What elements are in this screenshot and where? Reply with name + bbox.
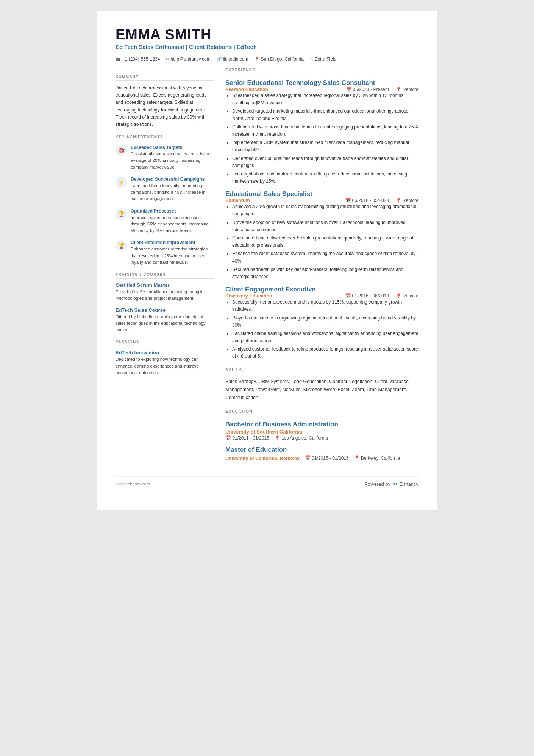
- candidate-title: Ed Tech Sales Enthusiast | Client Relati…: [116, 44, 418, 50]
- passions-label: PASSIONS: [116, 340, 214, 346]
- bullet: Secured partnerships with key decision-m…: [232, 266, 418, 280]
- training-item-1: Certified Scrum Master Provided by Scrum…: [116, 282, 214, 302]
- achievement-icon-1: 🎯: [116, 145, 127, 156]
- achievement-desc-3: Improved sales operation processes throu…: [131, 214, 214, 234]
- pin-icon-1: 📍: [396, 87, 401, 92]
- email-contact: ✉ help@enhancv.com: [166, 56, 210, 62]
- education-section: EDUCATION Bachelor of Business Administr…: [225, 409, 418, 461]
- resume-page: EMMA SMITH Ed Tech Sales Enthusiast | Cl…: [97, 11, 437, 510]
- passions-section: PASSIONS EdTech Innovation Dedicated to …: [116, 340, 214, 376]
- exp-item-2: Educational Sales Specialist Edmentum 📅 …: [225, 190, 418, 280]
- location-icon: 📍: [254, 57, 259, 62]
- achievement-title-3: Optimized Processes: [131, 208, 214, 214]
- exp-company-2: Edmentum: [225, 198, 250, 203]
- footer: www.enhancv.com Powered by ∞ Enhancv: [116, 476, 418, 487]
- achievement-item-4: 🏆 Client Retention Improvement Enhanced …: [116, 240, 214, 266]
- main-layout: SUMMARY Driven Ed Tech professional with…: [116, 68, 418, 461]
- achievement-desc-4: Enhanced customer retention strategies t…: [131, 246, 214, 266]
- contact-line: ☎ +1-(234)-555-1234 ✉ help@enhancv.com 🔗…: [116, 53, 418, 62]
- edu-pin-icon-2: 📍: [354, 455, 360, 461]
- achievement-item-1: 🎯 Exceeded Sales Targets Consistently su…: [116, 145, 214, 171]
- passion-title-1: EdTech Innovation: [116, 350, 214, 355]
- exp-title-3: Client Engagement Executive: [225, 286, 418, 293]
- exp-company-3: Discovery Education: [225, 293, 272, 299]
- right-column: EXPERIENCE Senior Educational Technology…: [225, 68, 418, 461]
- phone-icon: ☎: [116, 57, 121, 62]
- experience-label: EXPERIENCE: [225, 68, 418, 74]
- calendar-icon-3: 📅: [345, 293, 351, 299]
- pin-icon-2: 📍: [396, 198, 401, 203]
- training-label: TRAINING / COURSES: [116, 272, 214, 279]
- edu-cal-icon-2: 📅: [305, 455, 311, 461]
- exp-date-3: 📅 01/2016 - 06/2018: [345, 293, 389, 299]
- bullet: Drove the adoption of new software solut…: [232, 219, 418, 233]
- footer-website: www.enhancv.com: [116, 482, 150, 486]
- achievements-label: KEY ACHIEVEMENTS: [116, 135, 214, 141]
- achievement-icon-4: 🏆: [116, 240, 127, 251]
- candidate-name: EMMA SMITH: [116, 27, 418, 43]
- training-section: TRAINING / COURSES Certified Scrum Maste…: [116, 272, 214, 333]
- education-label: EDUCATION: [225, 409, 418, 415]
- bullet: Implemented a CRM system that streamline…: [232, 139, 418, 153]
- extra-contact: ☆ Extra Field: [310, 56, 336, 62]
- bullet: Analyzed customer feedback to refine pro…: [232, 346, 418, 360]
- powered-by-text: Powered by: [364, 481, 390, 487]
- skills-section: SKILLS Sales Strategy, CRM Systems, Lead…: [225, 368, 418, 402]
- summary-text: Driven Ed Tech professional with 5 years…: [116, 85, 214, 128]
- training-desc-2: Offered by LinkedIn Learning, covering d…: [116, 314, 214, 333]
- exp-item-3: Client Engagement Executive Discovery Ed…: [225, 286, 418, 360]
- exp-bullets-3: Successfully met or exceeded monthly quo…: [225, 299, 418, 360]
- skills-text: Sales Strategy, CRM Systems, Lead Genera…: [225, 378, 418, 402]
- edu-cal-icon-1: 📅: [225, 435, 231, 441]
- edu-degree-2: Master of Education: [225, 446, 418, 454]
- bullet: Played a crucial role in organizing regi…: [232, 315, 418, 329]
- exp-bullets-2: Achieved a 20% growth in sales by optimi…: [225, 203, 418, 280]
- bullet: Developed targeted marketing materials t…: [232, 108, 418, 122]
- header: EMMA SMITH Ed Tech Sales Enthusiast | Cl…: [116, 27, 418, 62]
- bullet: Generated over 500 qualified leads throu…: [232, 155, 418, 169]
- exp-title-1: Senior Educational Technology Sales Cons…: [225, 79, 418, 87]
- skills-label: SKILLS: [225, 368, 418, 374]
- left-column: SUMMARY Driven Ed Tech professional with…: [116, 68, 214, 461]
- passion-desc-1: Dedicated to exploring how technology ca…: [116, 356, 214, 376]
- edu-item-2: Master of Education University of Califo…: [225, 446, 418, 461]
- linkedin-contact: 🔗 linkedin.com: [217, 56, 248, 62]
- exp-location-2: 📍 Remote: [396, 198, 418, 203]
- bullet: Enhance the client database system, impr…: [232, 250, 418, 265]
- training-desc-1: Provided by Scrum Alliance, focusing on …: [116, 289, 214, 302]
- pin-icon-3: 📍: [396, 293, 401, 299]
- experience-section: EXPERIENCE Senior Educational Technology…: [225, 68, 418, 360]
- bullet: Achieved a 20% growth in sales by optimi…: [232, 203, 418, 218]
- exp-item-1: Senior Educational Technology Sales Cons…: [225, 79, 418, 185]
- summary-label: SUMMARY: [116, 75, 214, 81]
- email-icon: ✉: [166, 57, 169, 62]
- achievement-desc-1: Consistently surpassed sales goals by an…: [131, 151, 214, 171]
- edu-meta-2: University of California, Berkeley 📅 01/…: [225, 455, 418, 461]
- footer-brand: Powered by ∞ Enhancv: [364, 481, 418, 487]
- exp-title-2: Educational Sales Specialist: [225, 190, 418, 198]
- exp-company-1: Pearson Education: [225, 87, 268, 92]
- exp-bullets-1: Spearheaded a sales strategy that increa…: [225, 92, 418, 185]
- achievements-section: KEY ACHIEVEMENTS 🎯 Exceeded Sales Target…: [116, 135, 214, 266]
- calendar-icon-1: 📅: [346, 87, 352, 92]
- training-item-2: EdTech Sales Course Offered by LinkedIn …: [116, 307, 214, 333]
- location-contact: 📍 San Diego, California: [254, 56, 303, 62]
- exp-date-2: 📅 06/2018 - 05/2020: [345, 198, 389, 203]
- bullet: Successfully met or exceeded monthly quo…: [232, 299, 418, 313]
- achievement-title-2: Developed Successful Campaigns: [131, 177, 214, 182]
- edu-school-2: University of California, Berkeley: [225, 456, 300, 461]
- linkedin-icon: 🔗: [217, 57, 222, 62]
- achievement-icon-2: ⚡: [116, 177, 127, 188]
- bullet: Coordinated and delivered over 50 sales …: [232, 235, 418, 249]
- achievement-item-2: ⚡ Developed Successful Campaigns Launche…: [116, 177, 214, 202]
- brand-name: Enhancv: [399, 481, 418, 487]
- achievement-title-4: Client Retention Improvement: [131, 240, 214, 245]
- bullet: Led negotiations and finalized contracts…: [232, 171, 418, 185]
- edu-meta-1: 📅 01/2011 - 01/2015 📍 Los Angeles, Calif…: [225, 435, 418, 441]
- brand-logo-icon: ∞: [393, 481, 397, 487]
- calendar-icon-2: 📅: [345, 198, 351, 203]
- exp-location-3: 📍 Remote: [396, 293, 418, 299]
- achievement-item-3: 🏆 Optimized Processes Improved sales ope…: [116, 208, 214, 234]
- bullet: Spearheaded a sales strategy that increa…: [232, 92, 418, 106]
- summary-section: SUMMARY Driven Ed Tech professional with…: [116, 75, 214, 128]
